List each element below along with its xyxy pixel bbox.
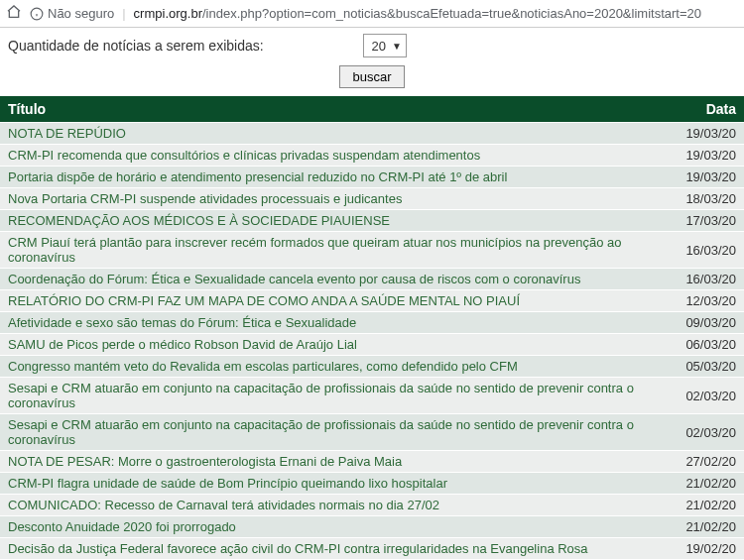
cell-title: Portaria dispõe de horário e atendimento… <box>0 167 673 188</box>
news-link[interactable]: Decisão da Justiça Federal favorece ação… <box>8 541 588 556</box>
cell-date: 21/02/20 <box>673 516 744 538</box>
cell-title: Sesapi e CRM atuarão em conjunto na capa… <box>0 414 673 451</box>
security-indicator[interactable]: Não seguro <box>30 6 114 21</box>
news-link[interactable]: Sesapi e CRM atuarão em conjunto na capa… <box>8 381 634 410</box>
news-table: Título Data NOTA DE REPÚDIO19/03/20CRM-P… <box>0 96 744 560</box>
cell-title: Sesapi e CRM atuarão em conjunto na capa… <box>0 378 673 414</box>
table-row: Decisão da Justiça Federal favorece ação… <box>0 538 744 560</box>
table-row: NOTA DE REPÚDIO19/03/20 <box>0 123 744 145</box>
cell-date: 18/03/20 <box>673 188 744 210</box>
news-link[interactable]: NOTA DE REPÚDIO <box>8 126 126 141</box>
cell-date: 02/03/20 <box>673 378 744 414</box>
security-label: Não seguro <box>48 6 114 21</box>
cell-title: NOTA DE REPÚDIO <box>0 123 673 145</box>
cell-date: 02/03/20 <box>673 414 744 451</box>
info-icon <box>30 7 44 21</box>
cell-title: RECOMENDAÇÃO AOS MÉDICOS E À SOCIEDADE P… <box>0 210 673 232</box>
cell-date: 19/02/20 <box>673 538 744 560</box>
cell-title: Decisão da Justiça Federal favorece ação… <box>0 538 673 560</box>
search-row: buscar <box>0 59 744 96</box>
filter-row: Quantidade de notícias a serem exibidas:… <box>0 28 744 59</box>
cell-date: 17/03/20 <box>673 210 744 232</box>
table-row: Sesapi e CRM atuarão em conjunto na capa… <box>0 414 744 451</box>
news-link[interactable]: Nova Portaria CRM-PI suspende atividades… <box>8 191 402 206</box>
table-row: COMUNICADO: Recesso de Carnaval terá ati… <box>0 495 744 516</box>
qty-value: 20 <box>372 39 386 54</box>
cell-title: NOTA DE PESAR: Morre o gastroenterologis… <box>0 451 673 473</box>
cell-date: 19/03/20 <box>673 145 744 167</box>
news-link[interactable]: Congresso mantém veto do Revalida em esc… <box>8 359 518 374</box>
news-link[interactable]: NOTA DE PESAR: Morre o gastroenterologis… <box>8 454 402 469</box>
cell-title: Nova Portaria CRM-PI suspende atividades… <box>0 188 673 210</box>
cell-title: Afetividade e sexo são temas do Fórum: É… <box>0 312 673 334</box>
table-row: Coordenação do Fórum: Ética e Sexualidad… <box>0 269 744 290</box>
table-row: Portaria dispõe de horário e atendimento… <box>0 167 744 188</box>
cell-date: 21/02/20 <box>673 473 744 495</box>
qty-label: Quantidade de notícias a serem exibidas: <box>8 38 264 54</box>
news-link[interactable]: RECOMENDAÇÃO AOS MÉDICOS E À SOCIEDADE P… <box>8 213 390 228</box>
cell-title: Desconto Anuidade 2020 foi prorrogado <box>0 516 673 538</box>
table-row: Congresso mantém veto do Revalida em esc… <box>0 356 744 378</box>
table-row: RECOMENDAÇÃO AOS MÉDICOS E À SOCIEDADE P… <box>0 210 744 232</box>
cell-date: 21/02/20 <box>673 495 744 516</box>
cell-date: 12/03/20 <box>673 290 744 312</box>
th-date: Data <box>673 96 744 123</box>
cell-title: CRM Piauí terá plantão para inscrever re… <box>0 232 673 269</box>
cell-date: 06/03/20 <box>673 334 744 356</box>
news-link[interactable]: Desconto Anuidade 2020 foi prorrogado <box>8 519 236 534</box>
news-link[interactable]: RELATÓRIO DO CRM-PI FAZ UM MAPA DE COMO … <box>8 293 520 308</box>
news-link[interactable]: COMUNICADO: Recesso de Carnaval terá ati… <box>8 498 439 512</box>
cell-date: 16/03/20 <box>673 269 744 290</box>
cell-title: SAMU de Picos perde o médico Robson Davi… <box>0 334 673 356</box>
url-text[interactable]: crmpi.org.br/index.php?option=com_notici… <box>134 6 738 21</box>
news-link[interactable]: CRM-PI flagra unidade de saúde de Bom Pr… <box>8 476 447 491</box>
cell-title: Congresso mantém veto do Revalida em esc… <box>0 356 673 378</box>
cell-title: CRM-PI recomenda que consultórios e clín… <box>0 145 673 167</box>
qty-select[interactable]: 20 ▼ <box>363 34 407 57</box>
table-row: Afetividade e sexo são temas do Fórum: É… <box>0 312 744 334</box>
cell-date: 16/03/20 <box>673 232 744 269</box>
home-icon[interactable] <box>6 4 22 23</box>
news-link[interactable]: CRM Piauí terá plantão para inscrever re… <box>8 235 622 265</box>
cell-title: RELATÓRIO DO CRM-PI FAZ UM MAPA DE COMO … <box>0 290 673 312</box>
table-row: RELATÓRIO DO CRM-PI FAZ UM MAPA DE COMO … <box>0 290 744 312</box>
table-row: Nova Portaria CRM-PI suspende atividades… <box>0 188 744 210</box>
table-row: SAMU de Picos perde o médico Robson Davi… <box>0 334 744 356</box>
cell-title: CRM-PI flagra unidade de saúde de Bom Pr… <box>0 473 673 495</box>
chevron-down-icon: ▼ <box>392 41 402 52</box>
table-row: CRM Piauí terá plantão para inscrever re… <box>0 232 744 269</box>
search-button[interactable]: buscar <box>339 65 404 88</box>
cell-date: 19/03/20 <box>673 167 744 188</box>
news-link[interactable]: Sesapi e CRM atuarão em conjunto na capa… <box>8 417 634 447</box>
news-link[interactable]: Coordenação do Fórum: Ética e Sexualidad… <box>8 272 580 286</box>
table-row: Desconto Anuidade 2020 foi prorrogado21/… <box>0 516 744 538</box>
table-row: CRM-PI recomenda que consultórios e clín… <box>0 145 744 167</box>
table-row: Sesapi e CRM atuarão em conjunto na capa… <box>0 378 744 414</box>
cell-title: Coordenação do Fórum: Ética e Sexualidad… <box>0 269 673 290</box>
table-row: NOTA DE PESAR: Morre o gastroenterologis… <box>0 451 744 473</box>
news-link[interactable]: SAMU de Picos perde o médico Robson Davi… <box>8 337 357 352</box>
urlbar-divider: | <box>122 6 125 21</box>
cell-date: 27/02/20 <box>673 451 744 473</box>
news-link[interactable]: Portaria dispõe de horário e atendimento… <box>8 169 507 184</box>
cell-title: COMUNICADO: Recesso de Carnaval terá ati… <box>0 495 673 516</box>
cell-date: 19/03/20 <box>673 123 744 145</box>
table-row: CRM-PI flagra unidade de saúde de Bom Pr… <box>0 473 744 495</box>
browser-urlbar: Não seguro | crmpi.org.br/index.php?opti… <box>0 0 744 28</box>
th-title: Título <box>0 96 673 123</box>
cell-date: 05/03/20 <box>673 356 744 378</box>
news-link[interactable]: Afetividade e sexo são temas do Fórum: É… <box>8 315 356 330</box>
cell-date: 09/03/20 <box>673 312 744 334</box>
news-link[interactable]: CRM-PI recomenda que consultórios e clín… <box>8 148 480 163</box>
